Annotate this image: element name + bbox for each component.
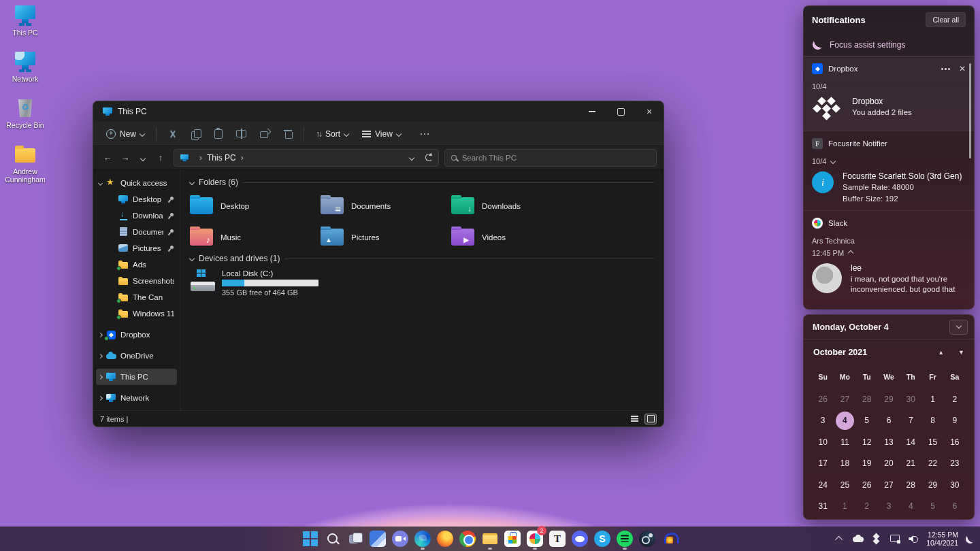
calendar-day-14[interactable]: 14: [900, 433, 921, 451]
refresh-icon[interactable]: [425, 154, 433, 161]
view-button[interactable]: View: [356, 124, 407, 144]
calendar-day-26[interactable]: 26: [856, 475, 878, 494]
taskbar-chrome-button[interactable]: [459, 529, 476, 549]
calendar-day-1[interactable]: 1: [921, 390, 943, 408]
focus-assist-settings[interactable]: Focus assist settings: [804, 33, 974, 56]
calendar-day-29[interactable]: 29: [878, 390, 900, 408]
calendar-day-1[interactable]: 1: [834, 497, 855, 516]
calendar-day-12[interactable]: 12: [856, 433, 878, 451]
taskbar-store-button[interactable]: [504, 529, 521, 549]
calendar-day-5[interactable]: 5: [921, 497, 943, 516]
taskbar-clock[interactable]: 12:55 PM 10/4/2021: [926, 531, 958, 548]
speaker-icon[interactable]: [908, 533, 919, 544]
calendar-day-3[interactable]: 3: [812, 412, 834, 430]
expand-chevron-icon[interactable]: [98, 395, 103, 400]
clear-all-button[interactable]: Clear all: [926, 12, 966, 27]
folder-tile-pictures[interactable]: Pictures: [321, 224, 451, 250]
folder-tile-videos[interactable]: Videos: [451, 224, 582, 250]
calendar-day-30[interactable]: 30: [900, 390, 921, 408]
calendar-day-13[interactable]: 13: [878, 433, 900, 451]
taskbar-skype-button[interactable]: [594, 529, 610, 549]
close-button[interactable]: ×: [635, 101, 664, 122]
desktop-icon-network[interactable]: Network: [0, 50, 50, 83]
taskbar-file-explorer-button[interactable]: [482, 529, 498, 549]
calendar-day-24[interactable]: 24: [812, 475, 834, 494]
focus-assist-tray-icon[interactable]: [966, 535, 975, 544]
paste-button[interactable]: [208, 124, 229, 144]
share-button[interactable]: [254, 124, 276, 144]
sidebar-item-dropbox[interactable]: Dropbox: [96, 327, 177, 343]
calendar-day-16[interactable]: 16: [944, 433, 966, 451]
calendar-day-4[interactable]: 4: [834, 412, 855, 430]
delete-button[interactable]: [278, 124, 298, 144]
calendar-day-7[interactable]: 7: [900, 412, 921, 430]
calendar-day-26[interactable]: 26: [812, 390, 834, 408]
notification-close-icon[interactable]: ✕: [959, 64, 966, 73]
calendar-day-25[interactable]: 25: [834, 475, 855, 494]
desktop-icon-recycle-bin[interactable]: Recycle Bin: [0, 97, 50, 129]
details-view-button[interactable]: [628, 414, 640, 424]
calendar-day-3[interactable]: 3: [878, 497, 900, 516]
notification-more-icon[interactable]: [941, 67, 951, 70]
calendar-day-10[interactable]: 10: [812, 433, 834, 451]
notification-group-focusrite[interactable]: F Focusrite Notifier 10/4 i Focusrite Sc…: [804, 131, 974, 210]
maximize-button[interactable]: [606, 101, 635, 122]
calendar-day-18[interactable]: 18: [834, 454, 855, 473]
calendar-day-4[interactable]: 4: [900, 497, 921, 516]
chevron-up-icon[interactable]: [834, 533, 845, 544]
calendar-day-2[interactable]: 2: [944, 390, 966, 408]
calendar-day-19[interactable]: 19: [856, 454, 878, 473]
taskbar-chat-button[interactable]: [392, 529, 408, 549]
expand-chevron-icon[interactable]: [98, 374, 103, 379]
calendar-day-29[interactable]: 29: [921, 475, 943, 494]
expand-chevron-icon[interactable]: [98, 353, 103, 358]
calendar-day-6[interactable]: 6: [944, 497, 966, 516]
calendar-prev-month-icon[interactable]: ▲: [938, 349, 944, 356]
sidebar-item-desktop[interactable]: Desktop: [96, 191, 177, 207]
sidebar-item-quick-access[interactable]: Quick access: [96, 175, 177, 191]
sidebar-item-onedrive[interactable]: OneDrive: [96, 348, 177, 364]
folders-section-header[interactable]: Folders (6): [190, 178, 654, 187]
sidebar-item-screenshots[interactable]: Screenshots: [96, 273, 177, 289]
rename-button[interactable]: [230, 124, 252, 144]
calendar-day-27[interactable]: 27: [834, 390, 855, 408]
calendar-day-30[interactable]: 30: [944, 475, 966, 494]
folder-tile-documents[interactable]: Documents: [321, 193, 451, 218]
large-icons-view-button[interactable]: [644, 414, 657, 424]
taskbar-search-button[interactable]: [325, 529, 341, 549]
taskbar-discord-button[interactable]: [572, 529, 588, 549]
taskbar-steam-button[interactable]: [639, 529, 655, 549]
calendar-next-month-icon[interactable]: ▼: [958, 349, 964, 356]
taskbar-edge-button[interactable]: [414, 529, 431, 549]
calendar-day-15[interactable]: 15: [921, 433, 943, 451]
calendar-day-23[interactable]: 23: [944, 454, 966, 473]
back-button[interactable]: ←: [100, 152, 115, 163]
new-button[interactable]: New: [100, 124, 150, 144]
calendar-day-9[interactable]: 9: [944, 412, 966, 430]
taskbar-audacity-button[interactable]: [662, 529, 678, 549]
scrollbar[interactable]: [969, 63, 971, 158]
calendar-day-27[interactable]: 27: [878, 475, 900, 494]
folder-tile-music[interactable]: Music: [190, 224, 321, 250]
onedrive-icon[interactable]: [853, 533, 864, 544]
calendar-day-21[interactable]: 21: [900, 454, 921, 473]
breadcrumb-this-pc[interactable]: This PC: [207, 153, 236, 163]
calendar-day-31[interactable]: 31: [812, 497, 834, 516]
forward-button[interactable]: →: [118, 152, 133, 163]
desktop-icon-this-pc[interactable]: This PC: [0, 4, 50, 37]
drive-tile-local-disk-c[interactable]: Local Disk (C:) 355 GB free of 464 GB: [190, 269, 654, 297]
expand-chevron-icon[interactable]: [830, 158, 836, 164]
window-titlebar[interactable]: This PC ×: [93, 101, 664, 122]
sidebar-item-downloads[interactable]: Downloads: [96, 207, 177, 224]
folder-tile-downloads[interactable]: Downloads: [451, 193, 582, 218]
calendar-day-8[interactable]: 8: [921, 412, 943, 430]
sidebar-item-windows-11[interactable]: Windows 11: [96, 305, 177, 322]
cut-button[interactable]: [162, 124, 184, 144]
breadcrumb[interactable]: › This PC ›: [174, 149, 439, 167]
sidebar-item-pictures[interactable]: Pictures: [96, 240, 177, 256]
sidebar-item-ads[interactable]: Ads: [96, 256, 177, 273]
network-display-icon[interactable]: [889, 533, 900, 544]
devices-section-header[interactable]: Devices and drives (1): [190, 254, 654, 263]
taskbar-t-app-button[interactable]: [549, 529, 566, 549]
expand-chevron-icon[interactable]: [98, 332, 103, 337]
